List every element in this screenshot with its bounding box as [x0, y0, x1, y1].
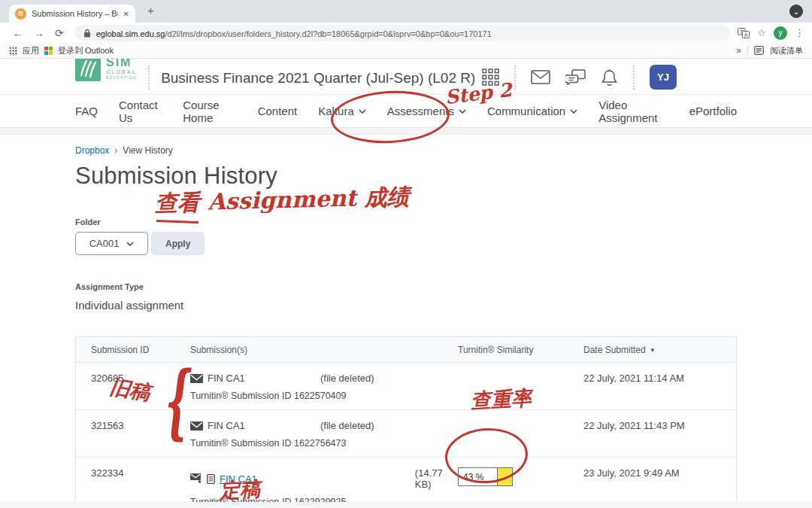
divider [633, 65, 635, 90]
col-date-submitted[interactable]: Date Submitted ▼ [583, 345, 736, 355]
file-status: (file deleted) [320, 373, 374, 384]
nav-course-home[interactable]: Course Home [183, 99, 236, 124]
similarity-value: 43 % [459, 468, 497, 485]
col-submission-id: Submission ID [76, 345, 190, 355]
tab-title: Submission History – Business [32, 9, 118, 18]
favicon-icon: B [15, 8, 26, 20]
waffle-icon[interactable] [482, 68, 499, 86]
browser-toolbar: ← → ⟳ eglobal.sim.edu.sg/d2l/lms/dropbox… [0, 23, 812, 43]
turnitin-submission-id: Turnitin® Submission ID 1622756473 [190, 438, 458, 449]
url-path: /d2l/lms/dropbox/user/folders_history.d2… [165, 29, 491, 38]
similarity-cell [458, 420, 583, 449]
bookmark-outlook[interactable]: 登录到 Outlook [58, 45, 114, 56]
bookmarks-bar: 应用 登录到 Outlook » 阅读清单 [0, 43, 812, 59]
new-tab-button[interactable]: + [147, 4, 154, 17]
file-link[interactable]: FIN CA1 [220, 473, 257, 485]
logo-global-text: GLOBAL [106, 70, 137, 75]
table-row: 322334 FIN CA1 (14.77 KB) Turnitin® Subm… [76, 458, 736, 508]
document-icon [207, 474, 215, 484]
divider [514, 65, 516, 90]
submission-id: 321563 [76, 420, 190, 449]
assignment-type-value: Individual assignment [75, 299, 737, 312]
turnitin-submission-id: Turnitin® Submission ID 1622570409 [190, 391, 458, 401]
lock-icon [83, 29, 91, 38]
folder-label: Folder [75, 217, 737, 227]
reload-icon[interactable]: ⟳ [55, 27, 64, 39]
close-tab-icon[interactable]: ✕ [123, 10, 129, 18]
divider [747, 46, 748, 55]
file-name: FIN CA1 [208, 373, 245, 384]
nav-contact-us[interactable]: Contact Us [119, 99, 162, 124]
screen: B Submission History – Business ✕ + ⌄ ← … [0, 0, 812, 508]
course-navbar: FAQ Contact Us Course Home Content Kaltu… [0, 94, 812, 128]
date-submitted: 22 July, 2021 11:14 AM [583, 373, 736, 401]
apply-button[interactable]: Apply [151, 232, 205, 255]
url-domain: eglobal.sim.edu.sg [96, 29, 165, 38]
logo-sim-text: SIM [106, 59, 137, 68]
nav-faq[interactable]: FAQ [75, 105, 98, 117]
browser-menu-icon[interactable]: ⋮ [795, 27, 804, 38]
file-status: (file deleted) [320, 420, 374, 431]
submission-table: Submission ID Submission(s) Turnitin® Si… [75, 336, 737, 508]
divider [0, 502, 812, 508]
tab-strip: B Submission History – Business ✕ + ⌄ [0, 0, 812, 23]
breadcrumb-current: View History [123, 145, 172, 156]
assignment-type-label: Assignment Type [75, 282, 737, 291]
similarity-color-block [497, 468, 512, 485]
sort-descending-icon: ▼ [650, 347, 656, 354]
back-icon[interactable]: ← [13, 27, 23, 39]
similarity-score[interactable]: 43 % [458, 467, 513, 486]
course-title: Business Finance 2021 Quarter (Jul-Sep) … [161, 70, 475, 87]
divider [0, 128, 812, 135]
breadcrumb: Dropbox › View History [75, 135, 737, 156]
bookmark-apps-label[interactable]: 应用 [23, 45, 39, 56]
nav-communication[interactable]: Communication [487, 105, 577, 117]
forward-icon[interactable]: → [34, 27, 44, 39]
chevron-down-icon [459, 109, 466, 114]
folder-select[interactable]: CA001 [75, 232, 148, 255]
page-title: Submission History [75, 163, 737, 190]
nav-assessments[interactable]: Assessments [387, 105, 466, 117]
bookmarks-overflow-icon[interactable]: » [736, 45, 741, 56]
reading-list-icon[interactable] [754, 46, 764, 55]
submission-id: 320685 [76, 373, 190, 401]
nav-content[interactable]: Content [258, 105, 298, 117]
breadcrumb-dropbox[interactable]: Dropbox [75, 145, 109, 156]
svg-text:A: A [744, 32, 748, 37]
chat-icon[interactable] [565, 69, 586, 85]
tab-search-icon[interactable]: ⌄ [789, 5, 803, 18]
folder-value: CA001 [89, 238, 120, 249]
mail-icon[interactable] [531, 70, 550, 84]
microsoft-icon [44, 47, 53, 55]
table-header: Submission ID Submission(s) Turnitin® Si… [76, 337, 736, 363]
nav-kaltura[interactable]: Kaltura [318, 105, 366, 117]
logo-education-text: EDUCATION [106, 77, 137, 81]
chevron-down-icon [359, 109, 366, 114]
user-avatar[interactable]: YJ [650, 65, 677, 90]
submission-cell: FIN CA1 (file deleted) Turnitin® Submiss… [190, 373, 458, 401]
bell-icon[interactable] [601, 68, 618, 87]
col-similarity: Turnitin® Similarity [458, 345, 583, 355]
sim-logo[interactable]: SIM GLOBAL EDUCATION [75, 59, 137, 81]
translate-icon[interactable]: 文A [738, 28, 750, 38]
sim-logo-mark [75, 59, 101, 81]
bookmark-star-icon[interactable]: ☆ [757, 27, 766, 38]
reading-list-label[interactable]: 阅读清单 [770, 45, 803, 56]
address-bar[interactable]: eglobal.sim.edu.sg/d2l/lms/dropbox/user/… [75, 25, 731, 41]
envelope-icon [190, 421, 203, 430]
col-submissions: Submission(s) [190, 345, 458, 355]
nav-eportfolio[interactable]: ePortfolio [689, 105, 737, 117]
date-submitted: 22 July, 2021 11:43 PM [583, 420, 736, 449]
divider [148, 65, 150, 90]
table-row: 320685 FIN CA1 (file deleted) Turnitin® … [76, 363, 736, 410]
course-header: SIM GLOBAL EDUCATION Business Finance 20… [75, 59, 737, 94]
envelope-read-icon [190, 473, 202, 484]
file-size: (14.77 KB) [415, 467, 458, 490]
browser-tab[interactable]: B Submission History – Business ✕ [9, 5, 135, 23]
file-name: FIN CA1 [208, 420, 245, 431]
nav-video-assignment[interactable]: Video Assignment [598, 99, 668, 124]
breadcrumb-separator: › [114, 145, 117, 156]
envelope-icon [190, 374, 203, 383]
browser-profile-avatar[interactable]: y [774, 26, 787, 40]
apps-grid-icon[interactable] [9, 47, 17, 55]
